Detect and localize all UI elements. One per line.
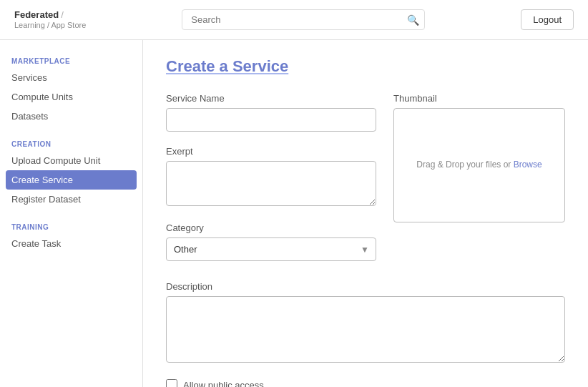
search-input[interactable] [182,9,425,30]
marketplace-section-label: MARKETPLACE [0,52,142,68]
creation-section-label: CREATION [0,134,142,151]
sidebar-item-create-task[interactable]: Create Task [0,234,142,253]
excerpt-input[interactable] [166,161,376,206]
sidebar-item-datasets[interactable]: Datasets [0,107,142,126]
excerpt-label: Exerpt [166,146,376,157]
service-name-group: Service Name [166,93,376,132]
thumbnail-drag-text: Drag & Drop your files or Browse [416,158,542,172]
category-group: Category Other Machine Learning Data Sci… [166,222,376,261]
sidebar-item-services[interactable]: Services [0,68,142,87]
sidebar-item-upload-compute-unit[interactable]: Upload Compute Unit [0,151,142,170]
sidebar: MARKETPLACE Services Compute Units Datas… [0,40,143,387]
form-left: Service Name Exerpt Category Other Machi… [166,93,376,275]
logo-slash-icon: / [61,9,64,21]
thumbnail-dropzone[interactable]: Drag & Drop your files or Browse [393,108,565,222]
thumbnail-label: Thumbnail [393,93,565,104]
logo-subtitle: Learning / App Store [14,21,86,30]
sidebar-item-compute-units[interactable]: Compute Units [0,87,142,107]
main-layout: MARKETPLACE Services Compute Units Datas… [0,40,588,387]
category-select[interactable]: Other Machine Learning Data Science Anal… [166,237,376,261]
thumbnail-browse-link[interactable]: Browse [514,160,542,170]
search-area: 🔍 [86,9,521,30]
search-wrapper: 🔍 [182,9,425,30]
header: Federated / Learning / App Store 🔍 Logou… [0,0,588,40]
logout-button[interactable]: Logout [521,9,574,30]
excerpt-group: Exerpt [166,146,376,208]
allow-public-label: Allow public access [183,380,264,388]
page-title: Create a Service [166,57,565,76]
main-content: Create a Service Service Name Exerpt Cat… [143,40,588,387]
allow-public-checkbox[interactable] [166,379,177,387]
public-access-row: Allow public access [166,379,565,387]
form-right: Thumbnail Drag & Drop your files or Brow… [393,93,565,275]
service-name-input[interactable] [166,108,376,132]
training-section-label: TRAINING [0,217,142,234]
logo-federated: Federated [14,9,59,21]
sidebar-item-create-service[interactable]: Create Service [6,170,137,190]
description-label: Description [166,281,565,292]
form-grid: Service Name Exerpt Category Other Machi… [166,93,565,275]
category-select-wrapper: Other Machine Learning Data Science Anal… [166,237,376,261]
description-group: Description [166,281,565,365]
description-section: Description [166,281,565,365]
description-input[interactable] [166,296,565,363]
logo: Federated / Learning / App Store [14,9,86,30]
sidebar-item-register-dataset[interactable]: Register Dataset [0,190,142,209]
search-icon: 🔍 [407,14,419,26]
category-label: Category [166,222,376,233]
logo-top: Federated / [14,9,86,21]
service-name-label: Service Name [166,93,376,104]
